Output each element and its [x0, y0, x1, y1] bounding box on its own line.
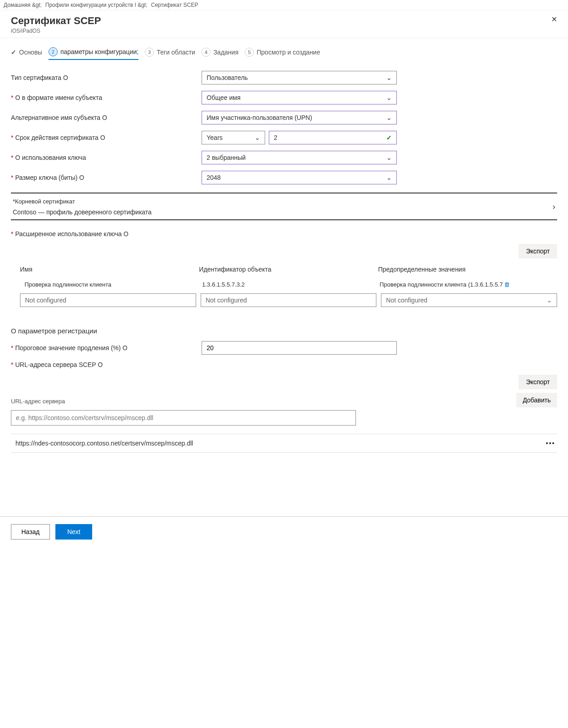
san-label: Альтернативное имя субъекта О — [11, 114, 202, 121]
wizard-footer: Назад Next — [0, 516, 568, 547]
step-config[interactable]: 2 параметры конфигурации; — [49, 47, 138, 60]
validity-value: 2 — [274, 134, 277, 141]
close-icon[interactable]: ✕ — [551, 15, 557, 24]
add-url-button[interactable]: Добавить — [516, 393, 557, 407]
eku-label: *Расширенное использование ключа О — [11, 230, 202, 238]
step-review-label: Просмотр и создание — [257, 49, 320, 56]
chevron-down-icon: ⌄ — [386, 114, 392, 121]
eku-row-oid: 1.3.6.1.5.5.7.3.2 — [202, 281, 380, 288]
step-number-2: 2 — [49, 47, 58, 56]
root-cert-value: Contoso — профиль доверенного сертификат… — [13, 208, 152, 216]
validity-label: *Срок действия сертификата О — [11, 134, 202, 141]
key-size-value: 2048 — [207, 174, 221, 181]
step-number-3: 3 — [145, 48, 154, 57]
eku-col-oid: Идентификатор объекта — [199, 266, 378, 273]
cert-type-label: Тип сертификата О — [11, 74, 202, 81]
key-usage-label: *О использования ключа — [11, 154, 202, 161]
subject-format-select[interactable]: Общее имя ⌄ — [202, 91, 397, 104]
chevron-down-icon: ⌄ — [386, 174, 392, 181]
scep-url-value: https://ndes-contosocorp.contoso.net/cer… — [15, 440, 193, 447]
subject-format-label: *О в формате имени субъекта — [11, 94, 202, 101]
breadcrumb-cert[interactable]: Сертификат SCEP — [151, 2, 198, 8]
eku-row-predef: Проверка подлинности клиента (1.3.6.1.5.… — [380, 281, 557, 288]
chevron-down-icon: ⌄ — [547, 297, 552, 304]
page-subtitle: iOS/iPadOS — [11, 28, 101, 34]
eku-name-input[interactable]: Not configured — [20, 293, 196, 307]
check-icon: ✓ — [11, 49, 16, 56]
key-size-label: *Размер ключа (биты) О — [11, 174, 202, 181]
step-scope-tags-label: Теги области — [157, 49, 195, 56]
enrollment-settings-title: О параметров регистрации — [11, 327, 557, 335]
step-basics-label: Основы — [19, 49, 42, 56]
step-basics[interactable]: ✓ Основы — [11, 49, 42, 59]
valid-check-icon: ✓ — [386, 134, 392, 141]
renewal-label: *Пороговое значение продления (%) О — [11, 344, 202, 352]
scep-url-entry: https://ndes-contosocorp.contoso.net/cer… — [11, 434, 557, 453]
renewal-threshold-input[interactable] — [202, 341, 397, 355]
step-assignments-label: Задания — [213, 49, 238, 56]
eku-table-row: Проверка подлинности клиента 1.3.6.1.5.5… — [11, 277, 557, 292]
page-header: Сертификат SCEP iOS/iPadOS ✕ — [0, 10, 568, 38]
step-number-5: 5 — [245, 48, 254, 57]
root-cert-label: *Корневой сертификат — [13, 198, 152, 205]
key-usage-value: 2 выбранный — [207, 154, 246, 161]
eku-col-predef: Предопределенные значения — [378, 266, 557, 273]
wizard-steps: ✓ Основы 2 параметры конфигурации; 3 Тег… — [11, 47, 557, 60]
more-icon[interactable]: ••• — [546, 440, 555, 447]
san-value: Имя участника-пользователя (UPN) — [207, 114, 312, 121]
step-review[interactable]: 5 Просмотр и создание — [245, 48, 320, 59]
san-select[interactable]: Имя участника-пользователя (UPN) ⌄ — [202, 111, 397, 124]
scep-url-input[interactable] — [11, 410, 356, 426]
page-title: Сертификат SCEP — [11, 15, 101, 27]
export-eku-button[interactable]: Экспорт — [519, 244, 557, 258]
eku-row-name: Проверка подлинности клиента — [25, 281, 202, 288]
step-scope-tags[interactable]: 3 Теги области — [145, 48, 195, 59]
cert-type-value: Пользователь — [207, 74, 248, 81]
validity-value-input[interactable]: 2 ✓ — [269, 131, 397, 144]
chevron-right-icon: › — [553, 202, 555, 212]
breadcrumb-home[interactable]: Домашняя &gt; — [4, 2, 42, 8]
export-urls-button[interactable]: Экспорт — [519, 375, 557, 389]
scep-urls-label: *URL-адреса сервера SCEP О — [11, 361, 202, 368]
eku-table: Имя Идентификатор объекта Предопределенн… — [11, 261, 557, 309]
eku-col-name: Имя — [20, 266, 199, 273]
chevron-down-icon: ⌄ — [386, 74, 392, 81]
step-config-label: параметры конфигурации; — [60, 48, 138, 55]
back-button[interactable]: Назад — [11, 524, 50, 540]
key-size-select[interactable]: 2048 ⌄ — [202, 171, 397, 184]
chevron-down-icon: ⌄ — [255, 134, 260, 141]
breadcrumb-profiles[interactable]: Профили конфигурации устройств I &gt; — [45, 2, 148, 8]
key-usage-select[interactable]: 2 выбранный ⌄ — [202, 151, 397, 164]
eku-oid-input[interactable]: Not configured — [201, 293, 377, 307]
validity-unit-select[interactable]: Years ⌄ — [202, 131, 265, 144]
subject-format-value: Общее имя — [207, 94, 241, 101]
cert-type-select[interactable]: Пользователь ⌄ — [202, 71, 397, 84]
step-assignments[interactable]: 4 Задания — [202, 48, 238, 59]
eku-predef-select[interactable]: Not configured⌄ — [381, 293, 557, 307]
breadcrumb: Домашняя &gt; Профили конфигурации устро… — [0, 0, 568, 10]
delete-icon[interactable]: 🗑 — [504, 281, 510, 288]
next-button[interactable]: Next — [55, 524, 92, 540]
validity-unit-value: Years — [207, 134, 222, 141]
url-server-label: URL-адрес сервера — [11, 398, 65, 405]
chevron-down-icon: ⌄ — [386, 154, 392, 161]
step-number-4: 4 — [202, 48, 211, 57]
chevron-down-icon: ⌄ — [386, 94, 392, 101]
root-cert-row[interactable]: *Корневой сертификат Contoso — профиль д… — [11, 193, 557, 220]
